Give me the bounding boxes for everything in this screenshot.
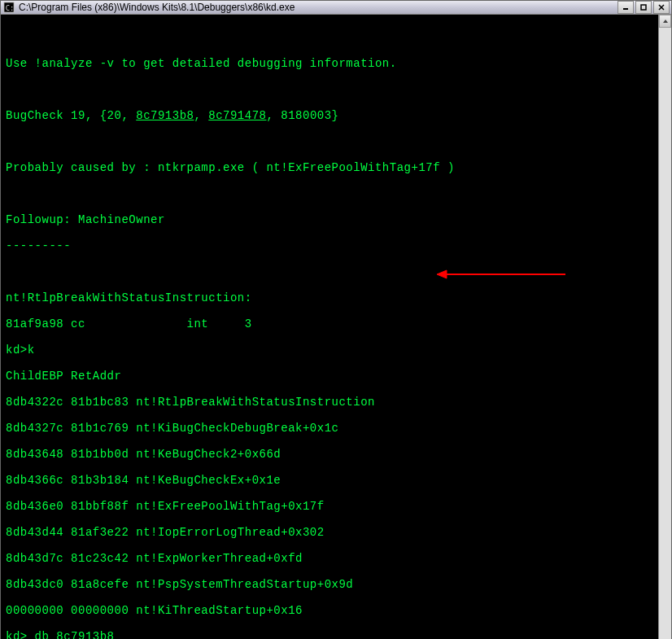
output-line: Probably caused by : ntkrpamp.exe ( nt!E… — [6, 161, 653, 174]
minimize-button[interactable] — [617, 1, 634, 14]
vertical-scrollbar[interactable] — [658, 15, 671, 639]
annotation-arrow-icon — [379, 256, 567, 295]
titlebar[interactable]: C: C:\Program Files (x86)\Windows Kits\8… — [1, 1, 671, 15]
maximize-button[interactable] — [635, 1, 652, 14]
stack-line: 8db43648 81b1bb0d nt!KeBugCheck2+0x66d — [6, 448, 653, 461]
output-line: Followup: MachineOwner — [6, 213, 653, 226]
stack-line: 8db43d44 81af3e22 nt!IopErrorLogThread+0… — [6, 526, 653, 539]
close-button[interactable] — [653, 1, 670, 14]
output-line — [6, 83, 653, 96]
prompt-line: kd> db 8c7913b8 — [6, 630, 653, 639]
output-line — [6, 135, 653, 148]
svg-marker-8 — [663, 20, 668, 23]
app-icon: C: — [2, 1, 15, 14]
text: , 8180003} — [266, 109, 338, 122]
text: , — [194, 109, 208, 122]
window-buttons — [616, 1, 670, 14]
output-line: ChildEBP RetAddr — [6, 370, 653, 383]
stack-line: 8db4322c 81b1bc83 nt!RtlpBreakWithStatus… — [6, 396, 653, 409]
output-line: BugCheck 19, {20, 8c7913b8, 8c791478, 81… — [6, 109, 653, 122]
stack-line: 8db43d7c 81c23c42 nt!ExpWorkerThread+0xf… — [6, 552, 653, 565]
terminal-area: Use !analyze -v to get detailed debuggin… — [1, 15, 671, 639]
svg-marker-7 — [437, 270, 447, 278]
svg-text:C:: C: — [6, 4, 15, 12]
text: 8c7913b8 — [56, 630, 114, 639]
output-line: --------- — [6, 239, 653, 252]
highlighted-address: 8c7913b8 — [136, 109, 194, 122]
terminal[interactable]: Use !analyze -v to get detailed debuggin… — [1, 15, 658, 639]
svg-rect-3 — [641, 5, 646, 10]
highlighted-address: 8c791478 — [208, 109, 266, 122]
text: BugCheck 19, {20, — [6, 109, 136, 122]
output-line: Use !analyze -v to get detailed debuggin… — [6, 57, 653, 70]
text: kd> db 8c7913b8 — [6, 630, 115, 639]
stack-line: 8db436e0 81bbf88f nt!ExFreePoolWithTag+0… — [6, 500, 653, 513]
stack-line: 8db43dc0 81a8cefe nt!PspSystemThreadStar… — [6, 578, 653, 591]
output-line: 81af9a98 cc int 3 — [6, 317, 653, 330]
text: kd> db — [6, 630, 56, 639]
scroll-up-button[interactable] — [659, 15, 671, 28]
scroll-track[interactable] — [659, 28, 671, 639]
window: C: C:\Program Files (x86)\Windows Kits\8… — [0, 0, 672, 639]
prompt-line: kd>k — [6, 344, 653, 357]
stack-line: 8db4327c 81b1c769 nt!KiBugCheckDebugBrea… — [6, 422, 653, 435]
window-title: C:\Program Files (x86)\Windows Kits\8.1\… — [19, 2, 616, 13]
output-line — [6, 31, 653, 44]
stack-line: 8db4366c 81b3b184 nt!KeBugCheckEx+0x1e — [6, 474, 653, 487]
stack-line: 00000000 00000000 nt!KiThreadStartup+0x1… — [6, 604, 653, 617]
output-line — [6, 187, 653, 200]
